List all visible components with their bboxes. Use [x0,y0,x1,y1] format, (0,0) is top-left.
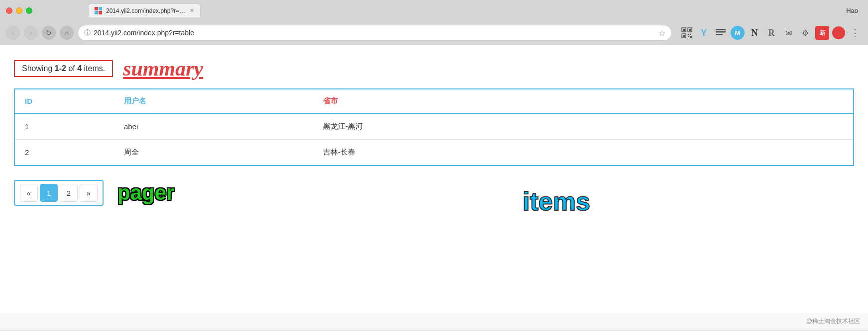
svg-rect-6 [688,34,689,35]
reload-button[interactable]: ↻ [42,26,56,40]
reader-icon[interactable] [714,26,728,40]
close-window-button[interactable] [6,7,12,14]
cell-province-2: 吉林-长春 [313,140,854,166]
extension-icon[interactable]: 新 [815,26,829,40]
settings-icon[interactable]: ⚙ [798,26,812,40]
home-button[interactable]: ⌂ [60,26,74,40]
count-total: 4 [77,64,82,73]
browser-chrome: 2014.yii2.com/index.php?r=tab ✕ Hao ‹ › … [0,0,868,45]
youdao-icon[interactable]: Y [697,26,711,40]
pager-box: « 1 2 » [14,180,104,206]
pager-prev-button[interactable]: « [20,184,38,202]
user-label: Hao [846,7,862,14]
profile-icon[interactable] [832,26,845,39]
page-footer: @稀土淘金技术社区 [0,313,868,330]
r-icon[interactable]: R [764,26,778,40]
count-prefix: Showing [22,64,55,73]
count-middle: of [66,64,77,73]
cell-id-2: 2 [14,140,114,166]
cell-username-2: 周全 [114,140,313,166]
count-range: 1-2 [55,64,66,73]
browser-tab[interactable]: 2014.yii2.com/index.php?r=tab ✕ [88,3,201,17]
pager-page1-button[interactable]: 1 [40,184,58,202]
forward-button[interactable]: › [24,26,38,40]
address-text: 2014.yii2.com/index.php?r=table [94,29,655,37]
tab-title: 2014.yii2.com/index.php?r=tab [106,7,186,14]
data-table: ID 用户名 省市 1 abei 黑龙江-黑河 2 周全 吉林-长春 [14,88,854,166]
pager-section: « 1 2 » pager [14,180,854,206]
cell-id-1: 1 [14,113,114,140]
svg-rect-10 [716,29,726,30]
summary-bar: Showing 1-2 of 4 items. summary [14,57,854,81]
page-content: Showing 1-2 of 4 items. summary ID 用户名 省… [0,45,868,313]
table-row: 2 周全 吉林-长春 [14,140,854,166]
col-header-province: 省市 [313,89,854,113]
tab-bar: 2014.yii2.com/index.php?r=tab ✕ [48,3,240,17]
pager-page2-button[interactable]: 2 [60,184,78,202]
pager-next-button[interactable]: » [80,184,98,202]
notion-icon[interactable]: N [748,26,761,40]
qr-code-icon[interactable] [680,26,694,40]
tab-favicon [95,7,102,14]
bookmark-icon[interactable]: ☆ [658,28,665,38]
cell-username-1: abei [114,113,313,140]
summary-label: summary [123,57,203,81]
svg-rect-7 [690,34,691,35]
title-bar: 2014.yii2.com/index.php?r=tab ✕ Hao [0,0,868,21]
cell-province-1: 黑龙江-黑河 [313,113,854,140]
maximize-window-button[interactable] [26,7,32,14]
address-bar[interactable]: ⓘ 2014.yii2.com/index.php?r=table ☆ [78,25,672,41]
security-icon: ⓘ [84,28,91,37]
svg-rect-11 [716,31,726,33]
summary-count: Showing 1-2 of 4 items. [14,60,113,77]
svg-rect-12 [716,34,723,35]
svg-rect-3 [689,29,691,31]
toolbar-icons: Y M N R ✉ ⚙ 新 ⋮ [680,26,862,40]
svg-rect-8 [688,36,689,37]
footer-text: @稀土淘金技术社区 [806,318,860,325]
traffic-lights [6,7,32,14]
table-header-row: ID 用户名 省市 [14,89,854,113]
tab-close-button[interactable]: ✕ [190,7,194,14]
monetization-icon[interactable]: M [731,26,745,40]
mail-icon[interactable]: ✉ [781,26,795,40]
svg-rect-5 [683,35,685,37]
col-header-username: 用户名 [114,89,313,113]
svg-rect-9 [690,36,692,38]
menu-icon[interactable]: ⋮ [848,26,862,40]
back-button[interactable]: ‹ [6,26,20,40]
address-bar-row: ‹ › ↻ ⌂ ⓘ 2014.yii2.com/index.php?r=tabl… [0,21,868,45]
count-suffix: items. [82,64,105,73]
col-header-id: ID [14,89,114,113]
table-row: 1 abei 黑龙江-黑河 [14,113,854,140]
pager-label: pager [117,181,174,205]
minimize-window-button[interactable] [16,7,22,14]
svg-rect-1 [683,29,685,31]
